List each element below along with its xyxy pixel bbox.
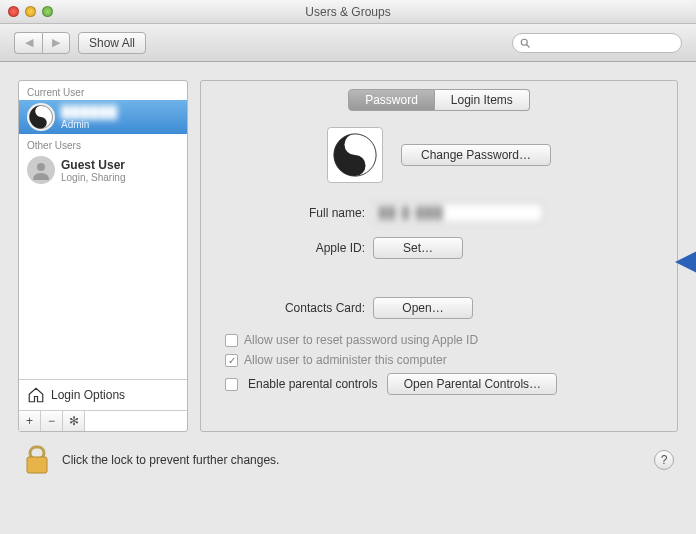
set-apple-id-button[interactable]: Set…: [373, 237, 463, 259]
svg-marker-9: [675, 251, 696, 273]
search-field[interactable]: [512, 33, 682, 53]
lock-icon[interactable]: [22, 444, 52, 476]
nav-buttons: ◀ ▶: [14, 32, 70, 54]
lock-row: Click the lock to prevent further change…: [18, 444, 678, 476]
full-name-input[interactable]: [373, 203, 543, 223]
house-icon: [27, 386, 45, 404]
action-menu-button[interactable]: ✻: [63, 411, 85, 431]
window-title: Users & Groups: [0, 5, 696, 19]
contacts-card-label: Contacts Card:: [215, 301, 365, 315]
help-button[interactable]: ?: [654, 450, 674, 470]
yinyang-icon: [27, 103, 55, 131]
svg-point-3: [40, 110, 43, 113]
remove-user-button[interactable]: −: [41, 411, 63, 431]
prefs-toolbar: ◀ ▶ Show All: [0, 24, 696, 62]
parental-controls-checkbox[interactable]: [225, 378, 238, 391]
current-user-label: Current User: [19, 81, 187, 100]
svg-point-0: [521, 39, 527, 45]
allow-administer-row: ✓ Allow user to administer this computer: [225, 353, 653, 367]
search-icon: [519, 37, 531, 49]
sidebar-user-role: Admin: [61, 119, 118, 130]
svg-line-1: [527, 44, 530, 47]
full-name-label: Full name:: [215, 206, 365, 220]
allow-reset-password-checkbox[interactable]: [225, 334, 238, 347]
login-options-button[interactable]: Login Options: [19, 380, 187, 410]
sidebar-footer: + − ✻: [19, 410, 187, 431]
users-sidebar: Current User ██████ Admin Other Users: [18, 80, 188, 432]
apple-id-label: Apple ID:: [215, 241, 365, 255]
add-user-button[interactable]: +: [19, 411, 41, 431]
sidebar-item-guest[interactable]: Guest User Login, Sharing: [19, 153, 187, 187]
parental-controls-label: Enable parental controls: [248, 377, 377, 391]
back-button[interactable]: ◀: [14, 32, 42, 54]
svg-rect-11: [27, 457, 47, 473]
sidebar-user-role: Login, Sharing: [61, 172, 126, 183]
user-detail-panel: Password Login Items Change Password… Fu…: [200, 80, 678, 432]
svg-point-5: [37, 163, 45, 171]
callout-arrow-icon: [675, 247, 696, 277]
sidebar-user-name: Guest User: [61, 158, 126, 172]
titlebar: Users & Groups: [0, 0, 696, 24]
tab-bar: Password Login Items: [215, 89, 663, 111]
forward-button[interactable]: ▶: [42, 32, 70, 54]
tab-password[interactable]: Password: [348, 89, 435, 111]
prefs-window: Users & Groups ◀ ▶ Show All Current User…: [0, 0, 696, 534]
open-parental-controls-button[interactable]: Open Parental Controls…: [387, 373, 557, 395]
user-avatar[interactable]: [327, 127, 383, 183]
yinyang-icon: [333, 133, 377, 177]
sidebar-item-current-user[interactable]: ██████ Admin: [19, 100, 187, 134]
sidebar-user-name: ██████: [61, 105, 118, 119]
tab-login-items[interactable]: Login Items: [435, 89, 530, 111]
search-input[interactable]: [535, 37, 675, 49]
show-all-button[interactable]: Show All: [78, 32, 146, 54]
open-contacts-button[interactable]: Open…: [373, 297, 473, 319]
change-password-button[interactable]: Change Password…: [401, 144, 551, 166]
lock-text: Click the lock to prevent further change…: [62, 453, 279, 467]
svg-point-7: [352, 142, 357, 147]
user-silhouette-icon: [27, 156, 55, 184]
allow-reset-password-row: Allow user to reset password using Apple…: [225, 333, 653, 347]
svg-point-4: [40, 121, 43, 124]
other-users-label: Other Users: [19, 134, 187, 153]
svg-point-8: [352, 163, 357, 168]
allow-administer-checkbox[interactable]: ✓: [225, 354, 238, 367]
